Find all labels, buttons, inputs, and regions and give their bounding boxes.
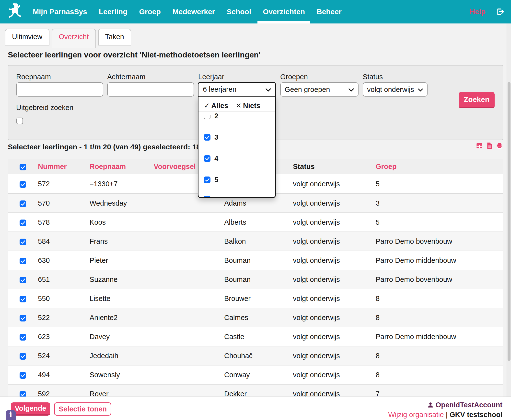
checked-checkbox[interactable] <box>204 155 210 162</box>
cell-nummer: 522 <box>34 314 86 322</box>
cell-roepnaam: Wednesday <box>86 199 150 207</box>
nav-item-leerling[interactable]: Leerling <box>93 0 133 23</box>
help-link[interactable]: Help <box>470 8 486 16</box>
table-row: 494SowenslyConwayvolgt onderwijs8 <box>8 365 503 384</box>
tab-ultimview[interactable]: Ultimview <box>5 29 49 45</box>
leerjaar-option-label: 3 <box>214 133 218 141</box>
row-checkbox[interactable] <box>20 334 26 341</box>
leerjaar-option-2[interactable]: 2 <box>204 112 218 120</box>
cell-status: volgt onderwijs <box>289 199 372 207</box>
row-checkbox[interactable] <box>20 220 26 226</box>
cell-status: volgt onderwijs <box>289 333 372 341</box>
info-icon[interactable]: i <box>6 410 16 420</box>
selectie-tonen-button[interactable]: Selectie tonen <box>54 402 111 416</box>
vertical-scrollbar <box>507 23 511 420</box>
select-none-action[interactable]: ✕Niets <box>236 101 260 110</box>
parnassys-logo-running-figure-icon[interactable] <box>7 2 23 22</box>
leerjaar-option-4[interactable]: 4 <box>204 155 218 163</box>
nav-item-groep[interactable]: Groep <box>133 0 166 23</box>
nav-item-school[interactable]: School <box>221 0 257 23</box>
achternaam-input[interactable] <box>107 82 194 97</box>
row-checkbox[interactable] <box>20 277 26 283</box>
row-checkbox[interactable] <box>20 258 26 264</box>
wijzig-organisatie-link[interactable]: Wijzig organisatie <box>388 411 444 419</box>
row-checkbox[interactable] <box>20 315 26 321</box>
column-header-roepnaam[interactable]: Roepnaam <box>90 163 126 170</box>
nav-item-overzichten[interactable]: Overzichten <box>257 0 311 23</box>
cell-nummer: 651 <box>34 276 86 284</box>
roepnaam-input[interactable] <box>16 82 103 97</box>
leerjaar-option-label: 5 <box>214 176 218 184</box>
account-link[interactable]: OpenIdTestAccount <box>388 400 502 410</box>
row-checkbox[interactable] <box>20 353 26 360</box>
cell-groep: Parro Demo middenbouw <box>372 333 503 341</box>
leerjaar-option-5[interactable]: 5 <box>204 176 218 184</box>
results-summary: Selecteer leerlingen - 1 t/m 20 (van 49)… <box>8 143 205 151</box>
excel-export-icon[interactable] <box>486 142 493 149</box>
select-all-action[interactable]: ✓Alles <box>204 101 228 110</box>
leerjaar-option-label: 4 <box>214 155 218 163</box>
organisation-line: Wijzig organisatie | GKV testschool <box>388 410 502 420</box>
cell-groep: 5 <box>372 218 503 226</box>
leerjaar-option-3[interactable]: 3 <box>204 133 218 141</box>
nav-item-medewerker[interactable]: Medewerker <box>167 0 221 23</box>
cell-nummer: 550 <box>34 295 86 303</box>
print-icon[interactable] <box>496 142 503 149</box>
column-header-voorvoegsel[interactable]: Voorvoegsel <box>154 163 196 170</box>
cell-groep: Parro Demo bovenbouw <box>372 237 503 245</box>
table-row: 578KoosAlbertsvolgt onderwijs5 <box>8 212 503 232</box>
leerjaar-dropdown-header: ✓Alles ✕Niets <box>204 101 260 110</box>
cell-roepnaam: Davey <box>86 333 150 341</box>
cell-roepnaam: Aniente2 <box>86 314 150 322</box>
row-checkbox[interactable] <box>20 372 26 379</box>
select-all-rows-checkbox[interactable] <box>20 164 26 170</box>
table-icon[interactable] <box>476 142 483 149</box>
leerjaar-option-6[interactable] <box>204 196 210 198</box>
leerjaar-label: Leerjaar <box>198 73 224 81</box>
cell-status: volgt onderwijs <box>289 314 372 322</box>
row-checkbox[interactable] <box>20 200 26 207</box>
groepen-select-value: Geen groepen <box>285 86 330 94</box>
row-checkbox[interactable] <box>20 296 26 302</box>
tab-overzicht[interactable]: Overzicht <box>52 29 96 48</box>
cell-groep: 8 <box>372 314 503 322</box>
check-glyph-icon: ✓ <box>204 101 210 110</box>
dropdown-separator <box>198 111 275 111</box>
status-select[interactable]: volgt onderwijs <box>363 82 428 97</box>
logout-icon[interactable] <box>495 7 504 16</box>
table-row: 524JededaihChouhačvolgt onderwijs8 <box>8 346 503 365</box>
unchecked-checkbox[interactable] <box>204 113 210 119</box>
cell-status: volgt onderwijs <box>289 180 372 188</box>
nav-item-beheer[interactable]: Beheer <box>311 0 348 23</box>
groepen-select[interactable]: Geen groepen <box>280 82 359 97</box>
cell-status: volgt onderwijs <box>289 237 372 245</box>
uitgebreid-zoeken-checkbox[interactable] <box>16 118 23 124</box>
account-box: OpenIdTestAccount Wijzig organisatie | G… <box>388 400 502 420</box>
scrollbar-thumb[interactable] <box>508 82 511 361</box>
checked-checkbox[interactable] <box>204 177 210 183</box>
nav-items: Mijn ParnasSysLeerlingGroepMedewerkerSch… <box>27 0 348 23</box>
leerjaar-select[interactable]: 6 leerjaren <box>198 82 276 97</box>
cell-nummer: 570 <box>34 199 86 207</box>
cell-roepnaam: Frans <box>86 237 150 245</box>
cell-groep: Parro Demo middenbouw <box>372 256 503 265</box>
checked-checkbox[interactable] <box>204 134 210 141</box>
column-header-status: Status <box>293 163 315 170</box>
column-header-nummer[interactable]: Nummer <box>38 163 67 170</box>
volgende-button[interactable]: Volgende <box>11 402 50 416</box>
cell-roepnaam: Koos <box>86 218 150 226</box>
nav-item-mijn-parnassys[interactable]: Mijn ParnasSys <box>27 0 93 23</box>
row-checkbox[interactable] <box>20 181 26 188</box>
cell-groep: 8 <box>372 295 503 303</box>
table-row: 584FransBalkonvolgt onderwijsParro Demo … <box>8 232 503 251</box>
cell-achternaam: Conway <box>220 371 289 379</box>
column-header-groep[interactable]: Groep <box>376 163 396 170</box>
table-row: 630PieterBoumanvolgt onderwijsParro Demo… <box>8 251 503 270</box>
cell-nummer: 578 <box>34 218 86 226</box>
zoeken-button[interactable]: Zoeken <box>459 92 495 108</box>
tab-taken[interactable]: Taken <box>98 29 131 45</box>
achternaam-label: Achternaam <box>107 73 145 81</box>
row-checkbox[interactable] <box>20 239 26 245</box>
status-select-value: volgt onderwijs <box>367 86 414 94</box>
checked-checkbox[interactable] <box>204 196 210 198</box>
